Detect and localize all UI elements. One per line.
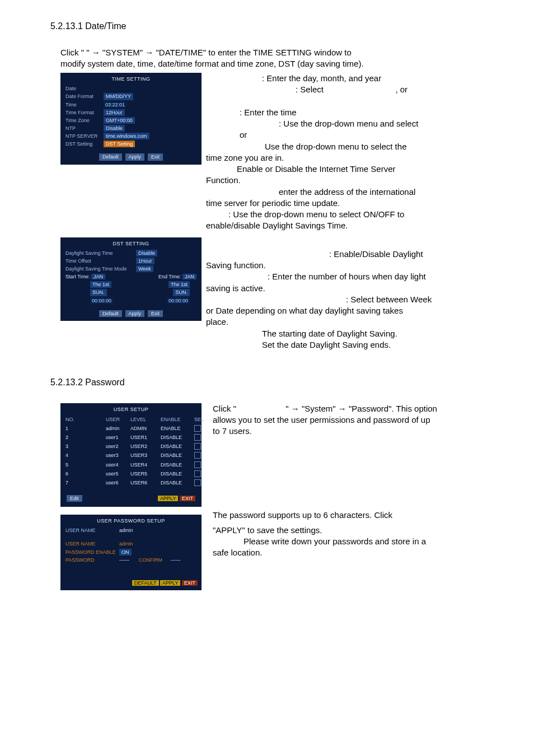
checkbox-icon[interactable]	[194, 461, 201, 468]
exit-button[interactable]: Exit	[148, 310, 163, 317]
checkbox-icon[interactable]	[194, 470, 201, 477]
text: , or	[395, 85, 407, 94]
field-value[interactable]: Week	[136, 265, 153, 272]
checkbox-icon[interactable]	[194, 434, 201, 441]
cell: USER5	[130, 470, 156, 477]
cell: DISABLE	[161, 443, 190, 450]
exit-button[interactable]: Exit	[148, 153, 163, 160]
text: The password supports up to 6 characters…	[213, 510, 392, 520]
text: saving is active.	[206, 283, 265, 293]
apply-button[interactable]: APPLY	[160, 580, 180, 586]
field-value: admin	[119, 527, 133, 534]
cell: DISABLE	[161, 434, 190, 441]
table-row[interactable]: 7user6USER6DISABLE	[61, 478, 201, 487]
cell: 7	[65, 479, 101, 486]
field-value[interactable]: time.windows.com	[104, 133, 149, 139]
apply-button[interactable]: Apply	[125, 153, 145, 160]
checkbox-icon[interactable]	[194, 452, 201, 459]
field-value[interactable]: ------	[171, 557, 181, 563]
text: safe location.	[213, 548, 262, 557]
intro-text: "SYSTEM"	[102, 48, 146, 57]
field-label: USER NAME	[65, 527, 116, 534]
default-button[interactable]: Default	[99, 310, 122, 317]
field-value[interactable]: 1Hour	[136, 258, 154, 264]
field-value[interactable]: JAN	[182, 274, 196, 279]
intro-text: "DATE/TIME" to enter the TIME SETTING wi…	[156, 48, 352, 57]
table-row[interactable]: 5user4USER4DISABLE	[61, 460, 201, 469]
field-value[interactable]: admin	[119, 540, 133, 547]
default-button[interactable]: Default	[99, 153, 122, 160]
panel-title: DST SETTING	[61, 238, 201, 249]
intro-paragraph: Click " " → "SYSTEM" → "DATE/TIME" to en…	[60, 47, 499, 70]
field-label: Date	[65, 85, 100, 92]
cell: 3	[65, 443, 101, 450]
field-value[interactable]: SUN.	[90, 289, 107, 296]
field-value[interactable]: ON	[119, 549, 132, 556]
table-row[interactable]: 1adminADMINENABLE	[61, 424, 201, 433]
checkbox-icon[interactable]	[194, 443, 201, 450]
field-label: Start Time: JAN	[65, 273, 105, 280]
cell: 4	[65, 452, 101, 459]
section-heading-datetime: 5.2.13.1 Date/Time	[50, 20, 499, 32]
panel-title: TIME SETTING	[61, 73, 201, 85]
exit-button[interactable]: EXIT	[182, 580, 198, 586]
field-value[interactable]: The 1st	[168, 281, 190, 288]
field-value[interactable]: MM/DD/YY	[104, 93, 133, 100]
password-description: Click " " → "System" → "Password". This …	[213, 403, 499, 559]
apply-button[interactable]: Apply	[125, 310, 145, 317]
cell: 1	[65, 425, 101, 432]
panel-title: USER PASSWORD SETUP	[61, 515, 201, 526]
cell: USER1	[130, 434, 156, 441]
table-row[interactable]: 6user5USER5DISABLE	[61, 469, 201, 478]
field-value[interactable]: 00:00:00	[90, 297, 113, 304]
apply-button[interactable]: APPLY	[158, 496, 178, 501]
field-label: Date Format	[65, 93, 100, 100]
cell: USER6	[130, 479, 156, 486]
cell: 5	[65, 461, 101, 468]
field-label: PASSWORD ENABLE	[65, 549, 116, 556]
field-label: Time Offset	[65, 258, 133, 264]
text: or	[240, 130, 247, 139]
text: Click "	[213, 404, 236, 413]
table-row[interactable]: 4user3USER3DISABLE	[61, 451, 201, 460]
cell: user1	[106, 434, 126, 441]
text: : Select	[296, 85, 324, 94]
edit-button[interactable]: Edit	[67, 495, 82, 502]
field-value[interactable]: JAN	[91, 274, 105, 279]
field-value[interactable]: ------	[119, 557, 129, 563]
screenshot-user-password-setup: USER PASSWORD SETUP USER NAMEadmin USER …	[60, 515, 202, 590]
field-value[interactable]: 03:22:01	[104, 101, 127, 108]
section-heading-password: 5.2.13.2 Password	[50, 376, 499, 389]
exit-button[interactable]: EXIT	[180, 496, 195, 501]
checkbox-icon[interactable]	[194, 479, 201, 486]
arrow-icon: →	[291, 404, 299, 413]
screenshot-time-setting: TIME SETTING Date Date FormatMM/DD/YY Ti…	[60, 73, 202, 164]
field-label: Time Zone	[65, 117, 100, 124]
cell: USER2	[130, 443, 156, 450]
table-row[interactable]: 2user1USER1DISABLE	[61, 433, 201, 442]
field-value[interactable]: 00:00:00	[167, 297, 190, 304]
col-header: NO.	[65, 416, 101, 423]
table-row[interactable]: 3user2USER2DISABLE	[61, 442, 201, 451]
arrow-icon: →	[92, 48, 100, 57]
cell: USER3	[130, 452, 156, 459]
field-value[interactable]: SUN.	[173, 289, 190, 296]
text: "Password". This option	[349, 404, 437, 413]
field-value[interactable]: The 1st	[90, 281, 111, 288]
field-label: CONFIRM	[139, 557, 162, 563]
text: : Enter the time	[240, 108, 297, 117]
field-value[interactable]: GMT+00:00	[104, 117, 135, 124]
default-button[interactable]: DEFAULT	[132, 580, 159, 586]
field-value[interactable]: Disable	[136, 250, 157, 256]
text: The starting date of Daylight Saving.	[262, 329, 397, 338]
text: "	[285, 404, 291, 413]
dst-setting-button[interactable]: DST Setting	[104, 141, 135, 147]
field-value[interactable]: Disable	[104, 125, 125, 132]
checkbox-icon[interactable]	[194, 425, 201, 432]
text: enter the address of the international	[279, 187, 415, 197]
cell: user6	[106, 479, 126, 486]
text: : Use the drop-down menu to select ON/OF…	[228, 209, 404, 219]
field-value[interactable]: 12Hour	[104, 109, 125, 116]
cell: DISABLE	[161, 479, 190, 486]
dst-description: : Enable/Disable Daylight Saving functio…	[206, 237, 499, 351]
